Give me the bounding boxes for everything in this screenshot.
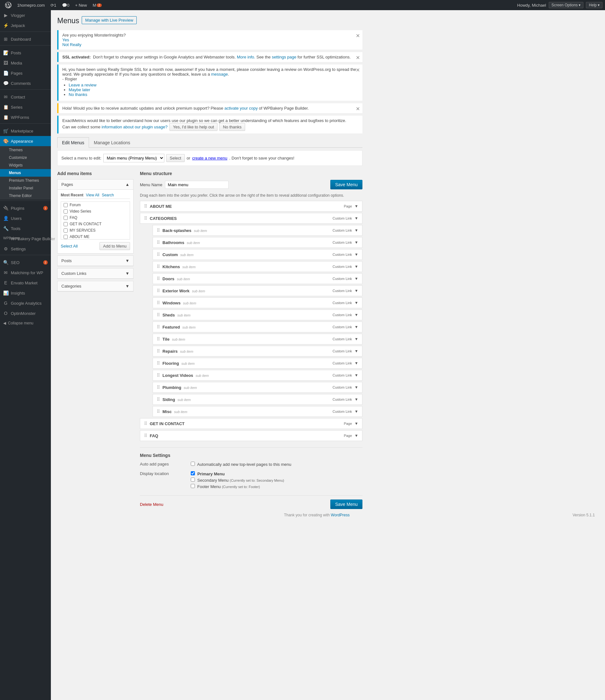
accordion-posts-title[interactable]: Posts ▼ bbox=[57, 256, 133, 266]
tab-manage-locations[interactable]: Manage Locations bbox=[89, 137, 135, 148]
sidebar-item-google-analytics[interactable]: G Google Analytics bbox=[0, 298, 51, 308]
sidebar-item-appearance[interactable]: 🎨 Appearance Themes Customize Widgets Me… bbox=[0, 136, 51, 200]
menu-item-custom[interactable]: ⠿ Custom sub item Custom Link ▼ bbox=[152, 249, 362, 260]
menu-item-faq[interactable]: ⠿ FAQ Page ▼ bbox=[140, 430, 362, 441]
comments-item[interactable]: 💬 0 bbox=[59, 0, 72, 10]
footer-wp-link[interactable]: WordPress bbox=[331, 513, 350, 517]
menu-item-flooring[interactable]: ⠿ Flooring sub item Custom Link ▼ bbox=[152, 358, 362, 369]
sidebar-item-settings[interactable]: ⚙ Settings bbox=[0, 244, 51, 254]
tab-search[interactable]: Search bbox=[102, 193, 114, 197]
menu-item-arrow-misc[interactable]: ▼ bbox=[355, 409, 358, 414]
menu-item-tile[interactable]: ⠿ Tile sub item Custom Link ▼ bbox=[152, 334, 362, 345]
page-item-forum[interactable]: Forum bbox=[61, 202, 130, 208]
menu-item-arrow-tile[interactable]: ▼ bbox=[355, 337, 358, 341]
menu-item-repairs[interactable]: ⠿ Repairs sub item Custom Link ▼ bbox=[152, 346, 362, 356]
menu-item-sheds[interactable]: ⠿ Sheds sub item Custom Link ▼ bbox=[152, 309, 362, 320]
auto-add-checkbox[interactable] bbox=[191, 462, 195, 466]
tab-view-all[interactable]: View All bbox=[86, 193, 99, 197]
pages-list-scroll[interactable]: Forum Video Series FAQ bbox=[61, 201, 130, 240]
menu-item-longest-videos[interactable]: ⠿ Longest Videos sub item Custom Link ▼ bbox=[152, 370, 362, 381]
menu-item-arrow-kitchens[interactable]: ▼ bbox=[355, 265, 358, 269]
new-content[interactable]: + New bbox=[72, 0, 89, 10]
menu-item-arrow-plumbing[interactable]: ▼ bbox=[355, 385, 358, 390]
rss-maybe-later-link[interactable]: Maybe later bbox=[69, 88, 90, 92]
menu-item-arrow-back-splashes[interactable]: ▼ bbox=[355, 228, 358, 232]
sidebar-item-wpforms[interactable]: 📋 WPForms bbox=[0, 112, 51, 122]
sidebar-item-vlogger[interactable]: ▶ Vlogger bbox=[0, 10, 51, 20]
sidebar-item-contact[interactable]: ✉ Contact bbox=[0, 92, 51, 102]
menu-item-arrow-doors[interactable]: ▼ bbox=[355, 276, 358, 281]
add-to-menu-button[interactable]: Add to Menu bbox=[99, 242, 130, 250]
page-check-video-series[interactable] bbox=[64, 209, 68, 214]
submenu-item-menus[interactable]: Menus bbox=[0, 169, 51, 177]
sidebar-item-comments[interactable]: 💬 Comments bbox=[0, 78, 51, 88]
submenu-item-customize[interactable]: Customize bbox=[0, 154, 51, 161]
menu-item-siding[interactable]: ⠿ Siding sub item Custom Link ▼ bbox=[152, 394, 362, 405]
menu-item-arrow-faq[interactable]: ▼ bbox=[355, 433, 358, 438]
sidebar-item-mailchimp[interactable]: ✉ Mailchimp for WP bbox=[0, 268, 51, 278]
menu-item-get-in-contact[interactable]: ⠿ GET IN CONTACT Page ▼ bbox=[140, 418, 362, 429]
plugin-item[interactable]: M 2 bbox=[90, 0, 104, 10]
menu-item-kitchens[interactable]: ⠿ Kitchens sub item Custom Link ▼ bbox=[152, 261, 362, 272]
screen-options-button[interactable]: Screen Options ▾ bbox=[549, 2, 584, 8]
collapse-menu-button[interactable]: ◀ Collapse menu bbox=[0, 318, 51, 328]
menu-name-input[interactable] bbox=[165, 181, 228, 189]
sidebar-item-dashboard[interactable]: ⊞ Dashboard bbox=[0, 34, 51, 44]
notice-monsterinsights-notreally[interactable]: Not Really bbox=[62, 42, 81, 47]
location-primary-checkbox[interactable] bbox=[191, 471, 195, 475]
menu-item-arrow-featured[interactable]: ▼ bbox=[355, 325, 358, 329]
notice-dismiss-ssl[interactable]: ✕ bbox=[356, 55, 360, 61]
help-button[interactable]: Help ▾ bbox=[586, 2, 602, 8]
page-item-get-in-contact[interactable]: GET IN CONTACT bbox=[61, 221, 130, 227]
updates-item[interactable]: ⟳ 1 bbox=[48, 0, 59, 10]
exactmetrics-info-link[interactable]: information about our plugin usage? bbox=[102, 125, 168, 129]
menu-item-exterior-work[interactable]: ⠿ Exterior Work sub item Custom Link ▼ bbox=[152, 285, 362, 296]
menu-item-arrow-sheds[interactable]: ▼ bbox=[355, 312, 358, 317]
menu-item-arrow-windows[interactable]: ▼ bbox=[355, 301, 358, 305]
tab-edit-menus[interactable]: Edit Menus bbox=[57, 137, 89, 148]
sidebar-item-plugins[interactable]: 🔌 Plugins 1 bbox=[0, 203, 51, 213]
page-check-forum[interactable] bbox=[64, 203, 68, 207]
create-menu-link[interactable]: create a new menu bbox=[192, 156, 227, 160]
sidebar-item-posts[interactable]: 📝 Posts bbox=[0, 48, 51, 58]
notice-monsterinsights-yes[interactable]: Yes bbox=[62, 38, 69, 42]
submenu-item-widgets[interactable]: Widgets bbox=[0, 161, 51, 169]
select-all-link[interactable]: Select All bbox=[61, 244, 78, 248]
exactmetrics-no-button[interactable]: No thanks bbox=[219, 123, 245, 131]
menu-item-featured[interactable]: ⠿ Featured sub item Custom Link ▼ bbox=[152, 322, 362, 332]
location-secondary-checkbox[interactable] bbox=[191, 478, 195, 482]
sidebar-item-pages[interactable]: 📄 Pages bbox=[0, 68, 51, 78]
tab-most-recent[interactable]: Most Recent bbox=[61, 193, 83, 197]
menu-item-plumbing[interactable]: ⠿ Plumbing sub item Custom Link ▼ bbox=[152, 382, 362, 393]
notice-dismiss-monsterinsights[interactable]: ✕ bbox=[356, 33, 360, 39]
sidebar-item-envato[interactable]: E Envato Market bbox=[0, 278, 51, 288]
accordion-pages-title[interactable]: Pages ▲ bbox=[57, 179, 133, 190]
sidebar-item-optinmonster[interactable]: O OptinMonster bbox=[0, 308, 51, 318]
sidebar-item-wpbakery[interactable]: WPBakery WPBakery Page Builder bbox=[0, 233, 51, 244]
page-check-my-services[interactable] bbox=[64, 228, 68, 232]
page-check-get-in-contact[interactable] bbox=[64, 222, 68, 226]
ssl-settings-link[interactable]: settings page bbox=[272, 55, 296, 59]
menu-item-doors[interactable]: ⠿ Doors sub item Custom Link ▼ bbox=[152, 273, 362, 284]
page-item-video-series[interactable]: Video Series bbox=[61, 208, 130, 215]
site-name[interactable]: 1homepro.com bbox=[15, 0, 47, 10]
notice-dismiss-wpbakery[interactable]: ✕ bbox=[356, 106, 360, 112]
menu-item-arrow-flooring[interactable]: ▼ bbox=[355, 361, 358, 366]
submenu-item-premium-themes[interactable]: Premium Themes bbox=[0, 177, 51, 184]
menu-item-arrow-exterior-work[interactable]: ▼ bbox=[355, 289, 358, 293]
rss-no-thanks-link[interactable]: No thanks bbox=[69, 92, 88, 97]
sidebar-item-insights[interactable]: 📊 Insights bbox=[0, 288, 51, 298]
menu-item-arrow-get-in-contact[interactable]: ▼ bbox=[355, 421, 358, 426]
location-secondary[interactable]: Secondary Menu (Currently set to: Second… bbox=[191, 478, 362, 483]
delete-menu-link[interactable]: Delete Menu bbox=[140, 502, 163, 507]
sidebar-item-seo[interactable]: 🔍 SEO 2 bbox=[0, 257, 51, 268]
wp-logo[interactable] bbox=[3, 2, 14, 8]
menu-item-about-me[interactable]: ⠿ ABOUT ME Page ▼ bbox=[140, 201, 362, 211]
menu-item-arrow-about-me[interactable]: ▼ bbox=[355, 204, 358, 208]
location-primary[interactable]: Primary Menu bbox=[191, 471, 362, 476]
page-item-faq[interactable]: FAQ bbox=[61, 215, 130, 221]
menu-item-arrow-longest-videos[interactable]: ▼ bbox=[355, 373, 358, 377]
save-menu-button-bottom[interactable]: Save Menu bbox=[330, 500, 362, 509]
ssl-more-info-link[interactable]: More info. bbox=[237, 55, 255, 59]
live-preview-link[interactable]: Manage with Live Preview bbox=[82, 16, 137, 24]
